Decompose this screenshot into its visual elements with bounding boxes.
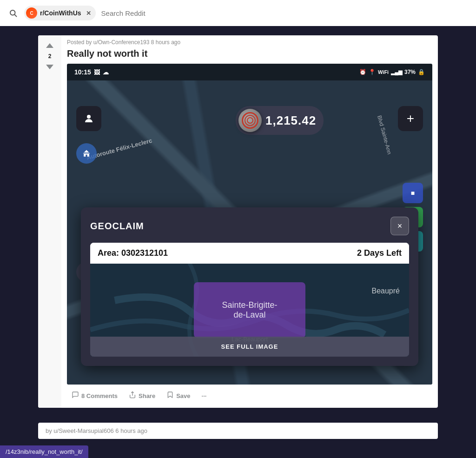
- geoclaim-title: GEOCLAIM: [90, 221, 144, 232]
- vote-column: 2: [38, 35, 61, 408]
- save-button[interactable]: Save: [162, 388, 195, 403]
- wifi-icon: WiFi: [378, 69, 389, 75]
- geoclaim-purple-region: Sainte-Brigitte-de-Laval: [194, 282, 305, 338]
- location-icon: 📍: [369, 69, 376, 75]
- second-post-time: 6 hours ago: [115, 427, 147, 434]
- second-post-by: by: [46, 427, 53, 434]
- post-card: 2 Posted by u/Own-Conference193 8 hours …: [38, 35, 438, 408]
- post-body: Posted by u/Own-Conference193 8 hours ag…: [61, 35, 438, 408]
- comments-button[interactable]: 8 Comments: [67, 388, 122, 403]
- posted-by-label: Posted by u/Own-Conference193: [67, 39, 149, 46]
- status-photo-icon: 🖼: [94, 69, 100, 76]
- post-time: 8 hours ago: [151, 39, 180, 46]
- more-button[interactable]: ···: [197, 390, 212, 402]
- geoclaim-days-left: 2 Days Left: [357, 248, 402, 258]
- svg-line-1: [14, 14, 16, 16]
- vote-count: 2: [48, 53, 52, 60]
- post-inner: 2 Posted by u/Own-Conference193 8 hours …: [38, 35, 438, 408]
- search-icon: [7, 7, 19, 19]
- map-add-button[interactable]: +: [398, 106, 423, 131]
- coin-icon-rings: [242, 112, 258, 129]
- geoclaim-card-header: Area: 0302312101 2 Days Left: [90, 243, 409, 264]
- status-time-text: 10:15: [74, 68, 91, 76]
- downvote-button[interactable]: [44, 61, 55, 73]
- comments-label: 8 Comments: [81, 392, 118, 399]
- status-bar: 10:15 🖼 ☁ ⏰ 📍 WiFi ▂▄▆ 37% 🔒: [67, 64, 432, 80]
- downvote-arrow-icon: [46, 65, 53, 69]
- geoclaim-modal: GEOCLAIM × Area: 0302312101 2 Days Left: [81, 207, 418, 366]
- coin-icon: [238, 109, 262, 132]
- geoclaim-map-preview: Sainte-Brigitte-de-Laval Beaupré Lac-Bea…: [90, 264, 409, 357]
- geoclaim-card: Area: 0302312101 2 Days Left: [90, 243, 409, 357]
- post-actions: 8 Comments Share: [67, 385, 432, 408]
- share-icon: [129, 391, 136, 400]
- post-image-container: 10:15 🖼 ☁ ⏰ 📍 WiFi ▂▄▆ 37% 🔒: [67, 64, 432, 385]
- map-home-button[interactable]: [76, 143, 97, 164]
- save-icon: [166, 391, 174, 400]
- status-cloud-icon: ☁: [103, 69, 109, 76]
- post-meta-text: Posted by u/Own-Conference193 8 hours ag…: [67, 39, 180, 46]
- more-label: ···: [202, 392, 207, 399]
- signal-icon: ▂▄▆: [391, 69, 402, 75]
- battery-icon: 🔒: [418, 69, 425, 75]
- coin-counter: 1,215.42: [236, 106, 324, 135]
- pill-close-icon[interactable]: ✕: [86, 10, 91, 17]
- geoclaim-area-label: Area: 0302312101: [98, 248, 168, 258]
- beaupre-label: Beaupré: [372, 287, 400, 295]
- save-label: Save: [176, 392, 190, 399]
- geoclaim-close-icon: ×: [397, 221, 403, 231]
- coin-value: 1,215.42: [265, 113, 316, 128]
- upvote-arrow-icon: [46, 43, 53, 48]
- second-post-preview: by u/Sweet-Marsupial606 6 hours ago: [38, 423, 438, 439]
- bottom-url-bar: /14z3nib/really_not_worth_it/: [0, 445, 88, 458]
- share-label: Share: [139, 392, 155, 399]
- post-meta: Posted by u/Own-Conference193 8 hours ag…: [67, 39, 432, 46]
- geoclaim-location-name: Sainte-Brigitte-de-Laval: [222, 300, 277, 320]
- main-content: 2 Posted by u/Own-Conference193 8 hours …: [0, 26, 476, 417]
- comments-icon: [72, 391, 79, 400]
- upvote-button[interactable]: [44, 40, 55, 51]
- alarm-icon: ⏰: [359, 69, 366, 75]
- phone-screenshot: 10:15 🖼 ☁ ⏰ 📍 WiFi ▂▄▆ 37% 🔒: [67, 64, 432, 385]
- subreddit-name: r/CoinWithUs: [40, 9, 81, 17]
- status-time-section: 10:15 🖼 ☁: [74, 68, 109, 76]
- geoclaim-close-button[interactable]: ×: [390, 217, 409, 235]
- svg-point-2: [87, 115, 91, 119]
- battery-text: 37%: [404, 69, 416, 75]
- second-post-area: by u/Sweet-Marsupial606 6 hours ago: [0, 417, 476, 439]
- geoclaim-header: GEOCLAIM ×: [90, 217, 409, 235]
- see-full-image-button[interactable]: SEE FULL IMAGE: [90, 337, 409, 357]
- bottom-url-text: /14z3nib/really_not_worth_it/: [6, 448, 83, 455]
- map-side-btn-1[interactable]: ■: [403, 183, 423, 203]
- post-title: Really not worth it: [67, 48, 432, 59]
- search-input[interactable]: [101, 9, 469, 17]
- subreddit-avatar: C: [26, 7, 37, 19]
- second-post-user: u/Sweet-Marsupial606: [53, 427, 113, 434]
- subreddit-pill[interactable]: C r/CoinWithUs ✕: [24, 6, 96, 20]
- top-bar: C r/CoinWithUs ✕: [0, 0, 476, 26]
- map-profile-button[interactable]: [76, 106, 101, 131]
- status-icons: ⏰ 📍 WiFi ▂▄▆ 37% 🔒: [359, 69, 425, 75]
- map-background: Autoroute Félix-Leclerc Blvd Sainte-Ann: [67, 80, 432, 385]
- road-label-2: Blvd Sainte-Ann: [376, 115, 393, 155]
- share-button[interactable]: Share: [124, 388, 160, 403]
